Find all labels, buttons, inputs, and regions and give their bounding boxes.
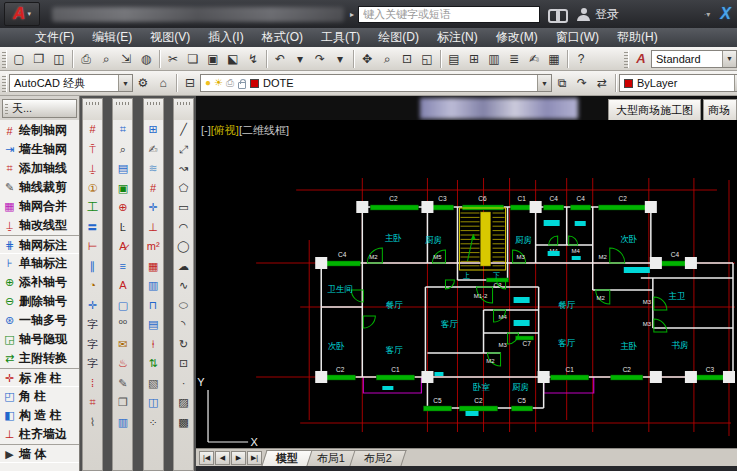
- table-icon[interactable]: ▥: [144, 276, 163, 296]
- palette-item-add-axis[interactable]: ⌗添加轴线: [0, 159, 79, 178]
- document-tab-1[interactable]: 商场: [703, 99, 737, 120]
- workspace-combo[interactable]: AutoCAD 经典 ▼: [9, 74, 133, 92]
- viewport-visual-style-control[interactable]: [二维线框]: [239, 124, 289, 136]
- palette-item-delete-axis-number[interactable]: ⊖删除轴号: [0, 292, 79, 311]
- toolbar-grip[interactable]: [2, 74, 7, 92]
- palette-item-main-attached-convert[interactable]: ⇄主附转换: [0, 349, 79, 368]
- menu-item-3[interactable]: 插入(I): [199, 28, 252, 47]
- layer-on-icon[interactable]: ●: [205, 78, 211, 88]
- palette-item-merge-axis[interactable]: ▦轴网合并: [0, 197, 79, 216]
- layer-translate-icon[interactable]: ⇄: [592, 73, 612, 93]
- spline-icon[interactable]: ∿: [174, 276, 193, 296]
- markup-set-icon[interactable]: ✍: [524, 49, 544, 69]
- open-file-icon[interactable]: ❐: [29, 49, 49, 69]
- axis-number-icon[interactable]: ①: [83, 179, 102, 199]
- palette-header[interactable]: 天...: [2, 99, 77, 118]
- toolbar-grip[interactable]: [82, 98, 103, 120]
- redline-icon[interactable]: ↯: [243, 49, 263, 69]
- layout-tab-布局2[interactable]: 布局2: [350, 450, 407, 466]
- center-mark-icon[interactable]: ⊕: [113, 198, 132, 218]
- menu-item-9[interactable]: 窗口(W): [547, 28, 608, 47]
- undo-dropdown-icon[interactable]: ▾: [290, 49, 310, 69]
- menu-item-2[interactable]: 视图(V): [141, 28, 199, 47]
- palette-item-column-align-wall[interactable]: ⊥柱齐墙边: [0, 425, 79, 444]
- help-icon[interactable]: ?: [571, 49, 591, 69]
- point-icon[interactable]: ·: [174, 374, 193, 394]
- qat-expand-icon[interactable]: ▸: [350, 10, 354, 19]
- axis-base-icon[interactable]: ⍊: [83, 159, 102, 179]
- toolbar-grip[interactable]: [2, 50, 7, 68]
- cabinet-icon[interactable]: ⊓: [144, 296, 163, 316]
- layer-properties-icon[interactable]: ⊟: [180, 73, 200, 93]
- print-icon[interactable]: ⎙: [76, 49, 96, 69]
- axis-grid-icon[interactable]: #: [83, 120, 102, 140]
- workspace-settings-icon[interactable]: ⚙: [133, 73, 153, 93]
- pan-icon[interactable]: ✥: [357, 49, 377, 69]
- viewport-controls[interactable]: [-][俯视][二维线框]: [201, 123, 289, 138]
- list-icon[interactable]: ▤: [144, 315, 163, 335]
- redo-icon[interactable]: ↷: [310, 49, 330, 69]
- sketch-icon[interactable]: ✎: [113, 374, 132, 394]
- new-file-icon[interactable]: ▢: [9, 49, 29, 69]
- leader-icon[interactable]: ⌇: [83, 413, 102, 433]
- ellipse-icon[interactable]: ⬭: [174, 296, 193, 316]
- chevron-down-icon[interactable]: ▼: [537, 75, 551, 91]
- area-icon[interactable]: m²: [144, 237, 163, 257]
- cross-wall-icon[interactable]: ✛: [83, 296, 102, 316]
- preview-icon[interactable]: ⌕: [96, 49, 116, 69]
- search-input[interactable]: [358, 6, 540, 23]
- style-manager-icon[interactable]: ≡: [113, 257, 132, 277]
- menu-item-8[interactable]: 修改(M): [487, 28, 547, 47]
- toolbar-grip[interactable]: [112, 98, 133, 120]
- area-grid-icon[interactable]: ▦: [144, 257, 163, 277]
- drawing-canvas[interactable]: [-][俯视][二维线框] C2C3C6C1C4C4C2C4C4C2C1C1C2…: [196, 120, 737, 448]
- make-layer-current-icon[interactable]: ⧉: [552, 73, 572, 93]
- palette-item-add-axis-number[interactable]: ⊕添补轴号: [0, 273, 79, 292]
- text-tool-icon[interactable]: A: [113, 276, 132, 296]
- menu-item-4[interactable]: 格式(O): [253, 28, 312, 47]
- color-combo[interactable]: ByLayer ▼: [619, 74, 737, 92]
- panel-icon[interactable]: ▥: [113, 413, 132, 433]
- viewport-icon[interactable]: ▣: [113, 179, 132, 199]
- palette-item-wall[interactable]: ▶墙 体: [0, 444, 79, 463]
- publish-icon[interactable]: ⇲: [116, 49, 136, 69]
- window-tool-icon[interactable]: ▢: [113, 296, 132, 316]
- text-style-icon[interactable]: 字: [83, 315, 102, 335]
- login-button[interactable]: 登录: [595, 6, 619, 23]
- document-tab-0[interactable]: 大型商场施工图: [608, 99, 701, 120]
- door-window-icon[interactable]: ◫: [144, 393, 163, 413]
- insert-block-icon[interactable]: ↻: [174, 335, 193, 355]
- arc-icon[interactable]: ◠: [174, 218, 193, 238]
- floor-plan-svg[interactable]: C2C3C6C1C4C4C2C4C4C2C1C1C2C3C5C2C5C7C8M2…: [196, 120, 737, 448]
- exchange-apps-icon[interactable]: X: [720, 5, 731, 23]
- palette-item-draw-axis-grid[interactable]: #绘制轴网: [0, 121, 79, 140]
- layer-freeze-icon[interactable]: ☀: [214, 78, 223, 88]
- paste-icon[interactable]: ▣: [203, 49, 223, 69]
- dim-chain-icon[interactable]: ⁞: [83, 374, 102, 394]
- rectangle-icon[interactable]: ▭: [174, 198, 193, 218]
- grid-dim-icon[interactable]: ⌗: [83, 393, 102, 413]
- sheet-set-manager-icon[interactable]: ≣: [504, 49, 524, 69]
- menu-item-1[interactable]: 编辑(E): [83, 28, 141, 47]
- zoom-realtime-icon[interactable]: ⌕: [377, 49, 397, 69]
- stamp-icon[interactable]: ♨: [113, 354, 132, 374]
- layers-stack-icon[interactable]: ≋: [144, 159, 163, 179]
- viewport-minimize-control[interactable]: [-]: [201, 124, 211, 136]
- menu-item-10[interactable]: 帮助(H): [608, 28, 667, 47]
- chevron-down-icon[interactable]: ▼: [118, 75, 132, 91]
- axis-small-icon[interactable]: #: [144, 179, 163, 199]
- pages-icon[interactable]: ❐: [113, 393, 132, 413]
- workspace-home-icon[interactable]: ⌂: [153, 73, 173, 93]
- palette-item-wall-gen-axis[interactable]: ⇥墙生轴网: [0, 140, 79, 159]
- text-style-combo[interactable]: Standard ▼: [651, 50, 737, 68]
- previous-tab-button[interactable]: ◀: [215, 451, 230, 465]
- view-list-icon[interactable]: ▤: [113, 159, 132, 179]
- layer-lock-icon[interactable]: [238, 82, 246, 89]
- application-menu-button[interactable]: A ▾: [4, 2, 40, 26]
- text-mask-icon[interactable]: A̷: [113, 237, 132, 257]
- hatch-icon[interactable]: ▨: [174, 393, 193, 413]
- ellipse-arc-icon[interactable]: ◝: [174, 315, 193, 335]
- make-block-icon[interactable]: ⊡: [174, 354, 193, 374]
- axis-dim-icon[interactable]: ⍑: [83, 140, 102, 160]
- dropdown-caret-icon[interactable]: ·▾: [704, 10, 711, 19]
